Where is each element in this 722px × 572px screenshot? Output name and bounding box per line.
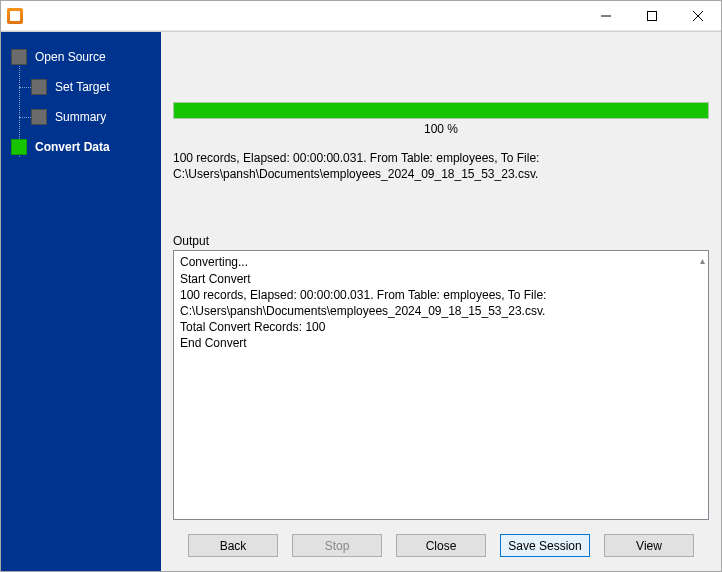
main-panel: 100 % 100 records, Elapsed: 00:00:00.031… xyxy=(161,32,721,571)
window-controls xyxy=(583,1,721,31)
step-label: Summary xyxy=(55,110,106,124)
back-button[interactable]: Back xyxy=(188,534,278,557)
output-textarea[interactable]: Converting... Start Convert 100 records,… xyxy=(173,250,709,520)
content: 100 % 100 records, Elapsed: 00:00:00.031… xyxy=(173,40,709,520)
output-label: Output xyxy=(173,234,709,248)
close-button[interactable]: Close xyxy=(396,534,486,557)
step-label: Convert Data xyxy=(35,140,110,154)
svg-rect-1 xyxy=(648,11,657,20)
close-icon xyxy=(693,11,703,21)
stop-button: Stop xyxy=(292,534,382,557)
step-status-icon xyxy=(31,79,47,95)
output-line: Start Convert xyxy=(180,271,690,287)
step-status-icon xyxy=(11,49,27,65)
button-row: Back Stop Close Save Session View xyxy=(173,520,709,561)
progress-bar xyxy=(173,102,709,119)
step-label: Set Target xyxy=(55,80,109,94)
output-line: 100 records, Elapsed: 00:00:00.031. From… xyxy=(180,287,690,319)
output-line: End Convert xyxy=(180,335,690,351)
body: Open Source Set Target Summary Convert D… xyxy=(1,31,721,571)
minimize-icon xyxy=(601,11,611,21)
step-convert-data[interactable]: Convert Data xyxy=(1,132,161,162)
close-window-button[interactable] xyxy=(675,1,721,31)
wizard-sidebar: Open Source Set Target Summary Convert D… xyxy=(1,32,161,571)
maximize-button[interactable] xyxy=(629,1,675,31)
maximize-icon xyxy=(647,11,657,21)
step-open-source[interactable]: Open Source xyxy=(1,42,161,72)
view-button[interactable]: View xyxy=(604,534,694,557)
step-status-icon xyxy=(31,109,47,125)
progress-fill xyxy=(174,103,708,118)
progress-section: 100 % xyxy=(173,102,709,136)
minimize-button[interactable] xyxy=(583,1,629,31)
titlebar xyxy=(1,1,721,31)
progress-label: 100 % xyxy=(173,122,709,136)
scroll-up-icon[interactable]: ▴ xyxy=(700,254,705,268)
step-status-icon xyxy=(11,139,27,155)
save-session-button[interactable]: Save Session xyxy=(500,534,590,557)
app-icon xyxy=(7,8,23,24)
output-line: Converting... xyxy=(180,254,690,270)
status-text: 100 records, Elapsed: 00:00:00.031. From… xyxy=(173,150,709,182)
app-window: Open Source Set Target Summary Convert D… xyxy=(0,0,722,572)
output-line: Total Convert Records: 100 xyxy=(180,319,690,335)
step-label: Open Source xyxy=(35,50,106,64)
step-summary[interactable]: Summary xyxy=(1,102,161,132)
step-set-target[interactable]: Set Target xyxy=(1,72,161,102)
